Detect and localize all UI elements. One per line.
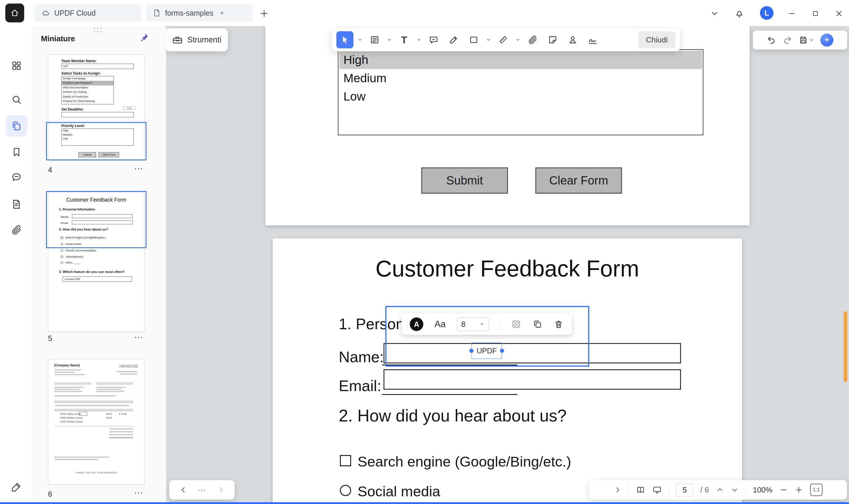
measure-tool-button[interactable] [495, 32, 511, 48]
font-color-button[interactable]: A [410, 318, 423, 331]
maximize-button[interactable] [808, 6, 823, 21]
submit-button[interactable]: Submit [421, 167, 508, 194]
apps-grid-icon [11, 60, 22, 71]
text-tool-dropdown[interactable] [416, 37, 422, 42]
mini-tag: High [123, 106, 136, 110]
save-button[interactable] [799, 35, 814, 45]
close-button[interactable] [832, 6, 846, 21]
sticker-tool-button[interactable] [544, 32, 561, 48]
redo-icon [783, 35, 792, 45]
page-number-input[interactable]: 5 [676, 483, 693, 496]
next-page-chevron-button[interactable] [731, 486, 738, 494]
comment-tool-button[interactable] [426, 32, 442, 48]
text-tool-button[interactable]: T [396, 32, 412, 48]
pin-panel-button[interactable] [139, 32, 149, 43]
page-4-menu-button[interactable]: ⋯ [134, 163, 144, 174]
font-style-button[interactable]: Aa [435, 319, 446, 329]
actual-size-button[interactable]: 1:1 [810, 484, 823, 496]
comments-button[interactable] [6, 166, 27, 188]
divider [745, 485, 746, 495]
updf-text-object[interactable]: UPDF [471, 342, 502, 359]
font-size-dropdown[interactable]: 8 [457, 318, 489, 331]
previous-page-button[interactable] [716, 486, 724, 494]
page-number-4: 4 [48, 166, 52, 174]
pages-button[interactable] [6, 194, 27, 215]
minus-icon [779, 486, 788, 494]
page-layout-button[interactable] [636, 485, 645, 494]
shape-tool-button[interactable] [466, 32, 482, 48]
cloud-icon [41, 8, 50, 17]
zoom-out-button[interactable] [779, 486, 788, 494]
edit-tool-dropdown[interactable] [386, 37, 392, 42]
panel-drag-handle[interactable] [94, 28, 102, 32]
page-number-5: 5 [48, 334, 52, 343]
zoom-in-button[interactable] [795, 486, 803, 494]
vertical-scrollbar-thumb[interactable] [844, 311, 847, 382]
new-tab-button[interactable] [257, 6, 271, 21]
redo-button[interactable] [783, 35, 792, 45]
stamp-tool-button[interactable] [564, 32, 581, 48]
search-engine-label: Search engine (Google/Bing/etc.) [358, 453, 571, 470]
presentation-button[interactable] [652, 485, 662, 494]
minimize-button[interactable] [785, 6, 799, 21]
account-avatar[interactable]: L [760, 6, 774, 20]
chevron-down-icon [358, 37, 362, 42]
listbox-option-high[interactable]: High [339, 51, 702, 69]
listbox-option-medium[interactable]: Medium [339, 69, 702, 87]
highlighter-tool-button[interactable] [446, 32, 462, 48]
person-stamp-icon [568, 35, 578, 45]
text-line [54, 369, 82, 371]
apps-grid-button[interactable] [6, 55, 27, 76]
text-line [96, 391, 124, 392]
resize-handle-left[interactable] [469, 349, 473, 353]
resize-handle-right[interactable] [500, 349, 504, 353]
mini-list-item: Deploy to Production [61, 95, 113, 99]
attach-tool-button[interactable] [524, 32, 541, 48]
email-input-field[interactable] [383, 369, 681, 390]
edit-content-tool-button[interactable] [366, 32, 383, 48]
social-media-radio[interactable] [340, 485, 351, 496]
maximize-icon [812, 10, 819, 17]
bell-icon [734, 8, 744, 19]
search-engine-checkbox[interactable] [340, 455, 351, 466]
select-tool-dropdown[interactable] [357, 37, 363, 42]
page-5-menu-button[interactable]: ⋯ [134, 332, 144, 342]
attachments-button[interactable] [6, 219, 27, 240]
opacity-button[interactable] [511, 319, 521, 329]
thumbnail-page-6[interactable]: [Company Name] INVOICE UPDF Yearly Licen… [48, 359, 144, 485]
tab-updf-cloud[interactable]: UPDF Cloud [35, 4, 142, 21]
save-icon [799, 35, 808, 45]
home-button[interactable] [5, 3, 24, 22]
tab-forms-samples[interactable]: forms-samples [146, 4, 253, 21]
clear-form-button[interactable]: Clear Form [535, 167, 622, 194]
measure-tool-dropdown[interactable] [515, 37, 521, 42]
shape-tool-dropdown[interactable] [486, 37, 491, 42]
undo-button[interactable] [767, 35, 776, 45]
notifications-button[interactable] [732, 6, 746, 21]
close-toolbar-button[interactable]: Chiudi [638, 32, 675, 48]
page-6-menu-button[interactable]: ⋯ [134, 487, 144, 498]
viewport-indicator-page-4[interactable] [46, 122, 146, 160]
chevron-down-icon [809, 38, 814, 42]
signature-panel-button[interactable] [6, 476, 27, 498]
main-toolbar: T Chiudi [332, 28, 680, 51]
duplicate-button[interactable] [532, 319, 542, 329]
zoom-level-label[interactable]: 100% [753, 485, 773, 494]
bookmarks-button[interactable] [6, 142, 27, 163]
paperclip-icon [528, 35, 538, 45]
prev-page-button[interactable] [179, 486, 187, 494]
thumbnails-panel-button[interactable] [6, 115, 27, 137]
viewport-indicator-page-5[interactable] [46, 191, 146, 248]
collapse-bar-button[interactable] [614, 486, 621, 494]
select-tool-button[interactable] [336, 31, 354, 48]
listbox-option-low[interactable]: Low [339, 87, 702, 106]
signature-tool-button[interactable] [584, 32, 601, 48]
delete-button[interactable] [554, 319, 564, 329]
search-button[interactable] [6, 89, 27, 110]
priority-listbox-field[interactable]: High Medium Low [338, 49, 703, 135]
ai-assistant-button[interactable] [820, 34, 833, 47]
next-page-button[interactable] [217, 486, 225, 494]
tools-button[interactable]: Strumenti [165, 28, 228, 51]
nav-more-button[interactable]: ⋯ [197, 485, 207, 495]
collapse-toolbar-button[interactable] [707, 6, 722, 21]
